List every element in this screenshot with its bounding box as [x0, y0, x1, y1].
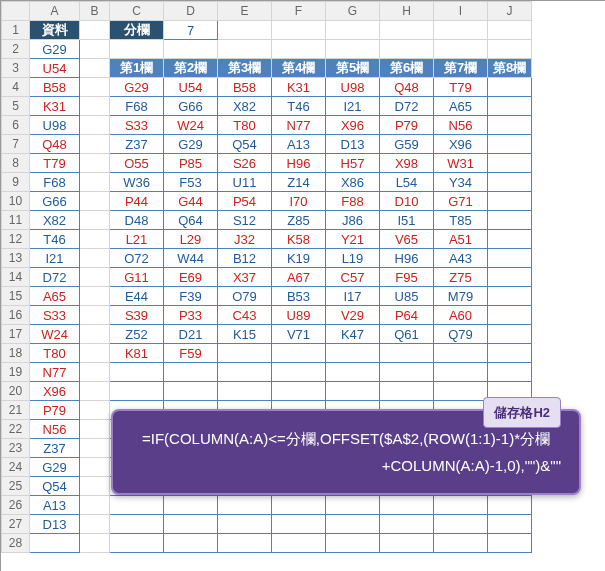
col-header-H[interactable]: H	[380, 2, 434, 21]
cell[interactable]: Q48	[30, 135, 80, 154]
cell[interactable]	[272, 344, 326, 363]
row-header[interactable]: 26	[2, 496, 30, 515]
cell[interactable]: P44	[110, 192, 164, 211]
cell[interactable]: L54	[380, 173, 434, 192]
row-header[interactable]: 11	[2, 211, 30, 230]
cell[interactable]: P64	[380, 306, 434, 325]
cell[interactable]	[218, 534, 272, 553]
cell[interactable]: A65	[30, 287, 80, 306]
cell[interactable]	[164, 515, 218, 534]
cell[interactable]	[272, 496, 326, 515]
corner-cell[interactable]	[2, 2, 30, 21]
cell[interactable]: A43	[434, 249, 488, 268]
row-header[interactable]: 21	[2, 401, 30, 420]
row-header[interactable]: 25	[2, 477, 30, 496]
cell[interactable]: D48	[110, 211, 164, 230]
cell[interactable]: B58	[218, 78, 272, 97]
cell[interactable]	[218, 382, 272, 401]
cell[interactable]	[164, 534, 218, 553]
cell[interactable]: D72	[380, 97, 434, 116]
cell[interactable]: X96	[326, 116, 380, 135]
cell[interactable]	[272, 534, 326, 553]
cell[interactable]: D10	[380, 192, 434, 211]
row-header[interactable]: 2	[2, 40, 30, 59]
cell[interactable]: K15	[218, 325, 272, 344]
cell[interactable]	[80, 458, 110, 477]
cell[interactable]	[80, 515, 110, 534]
cell[interactable]: X96	[30, 382, 80, 401]
cell[interactable]: L29	[164, 230, 218, 249]
row-header[interactable]: 4	[2, 78, 30, 97]
cell[interactable]: U54	[164, 78, 218, 97]
cell[interactable]: G66	[30, 192, 80, 211]
cell[interactable]: U89	[272, 306, 326, 325]
cell[interactable]: Y21	[326, 230, 380, 249]
cell[interactable]: N56	[434, 116, 488, 135]
cell[interactable]	[488, 40, 532, 59]
row-header[interactable]: 1	[2, 21, 30, 40]
cell[interactable]	[80, 135, 110, 154]
row-header[interactable]: 8	[2, 154, 30, 173]
cell[interactable]: A60	[434, 306, 488, 325]
cell[interactable]	[488, 78, 532, 97]
cell[interactable]: A51	[434, 230, 488, 249]
row-header[interactable]: 9	[2, 173, 30, 192]
cell[interactable]	[80, 287, 110, 306]
cell[interactable]: B12	[218, 249, 272, 268]
cell[interactable]: W24	[164, 116, 218, 135]
cell[interactable]	[434, 382, 488, 401]
cell[interactable]	[80, 211, 110, 230]
cell[interactable]	[488, 515, 532, 534]
cell[interactable]	[488, 268, 532, 287]
cell[interactable]: N77	[30, 363, 80, 382]
cell[interactable]	[80, 306, 110, 325]
cell[interactable]	[272, 363, 326, 382]
cell[interactable]	[80, 496, 110, 515]
cell[interactable]	[80, 325, 110, 344]
cell[interactable]: I70	[272, 192, 326, 211]
cell[interactable]: Z75	[434, 268, 488, 287]
cell[interactable]: Q54	[30, 477, 80, 496]
cell[interactable]	[488, 344, 532, 363]
cell[interactable]	[488, 249, 532, 268]
cell[interactable]	[272, 40, 326, 59]
cell[interactable]: U85	[380, 287, 434, 306]
cell[interactable]: Q54	[218, 135, 272, 154]
cell[interactable]: Q64	[164, 211, 218, 230]
cell[interactable]	[110, 382, 164, 401]
cell[interactable]	[218, 515, 272, 534]
cell[interactable]: K58	[272, 230, 326, 249]
cell[interactable]	[488, 230, 532, 249]
cell[interactable]: Y34	[434, 173, 488, 192]
row-header[interactable]: 14	[2, 268, 30, 287]
cell[interactable]	[380, 496, 434, 515]
cell[interactable]	[110, 496, 164, 515]
cell[interactable]	[80, 344, 110, 363]
cell[interactable]: X86	[326, 173, 380, 192]
cell[interactable]: G71	[434, 192, 488, 211]
cell[interactable]	[380, 515, 434, 534]
cell[interactable]: G29	[30, 458, 80, 477]
row-header[interactable]: 7	[2, 135, 30, 154]
cell[interactable]	[488, 154, 532, 173]
cell[interactable]: K81	[110, 344, 164, 363]
cell[interactable]: W31	[434, 154, 488, 173]
cell[interactable]: 第4欄	[272, 59, 326, 78]
cell[interactable]	[380, 40, 434, 59]
cell[interactable]	[218, 21, 272, 40]
cell[interactable]	[434, 534, 488, 553]
cell[interactable]: L21	[110, 230, 164, 249]
cell[interactable]	[488, 211, 532, 230]
cell[interactable]	[272, 382, 326, 401]
cell[interactable]: X96	[434, 135, 488, 154]
cell[interactable]: U11	[218, 173, 272, 192]
cell[interactable]: O79	[218, 287, 272, 306]
cell[interactable]: 7	[164, 21, 218, 40]
cell[interactable]: Q48	[380, 78, 434, 97]
cell[interactable]	[488, 325, 532, 344]
cell[interactable]	[488, 306, 532, 325]
cell[interactable]	[80, 439, 110, 458]
cell[interactable]: O55	[110, 154, 164, 173]
cell[interactable]: D21	[164, 325, 218, 344]
cell[interactable]: F68	[110, 97, 164, 116]
